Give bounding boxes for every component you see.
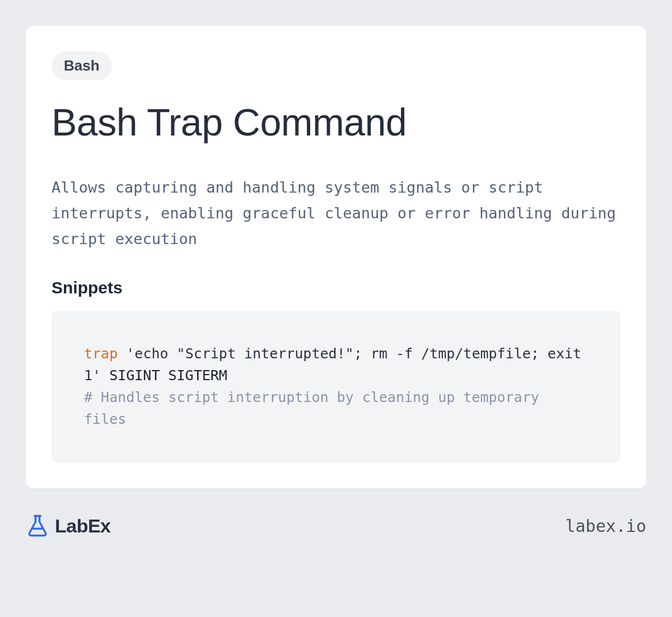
flask-icon	[26, 514, 49, 537]
snippets-heading: Snippets	[52, 278, 620, 297]
code-token-builtin: trap	[84, 345, 118, 362]
brand-domain: labex.io	[566, 516, 647, 536]
brand-name: LabEx	[55, 515, 111, 537]
code-token-comment: # Handles script interruption by cleanin…	[84, 389, 548, 427]
page-footer: LabEx labex.io	[26, 514, 646, 537]
code-token-args: SIGINT SIGTERM	[101, 367, 227, 384]
language-tag: Bash	[52, 52, 112, 80]
code-snippet: trap 'echo "Script interrupted!"; rm -f …	[52, 311, 620, 462]
brand: LabEx	[26, 514, 111, 537]
description-text: Allows capturing and handling system sig…	[52, 175, 620, 252]
content-card: Bash Bash Trap Command Allows capturing …	[26, 26, 646, 488]
page-title: Bash Trap Command	[52, 101, 620, 143]
